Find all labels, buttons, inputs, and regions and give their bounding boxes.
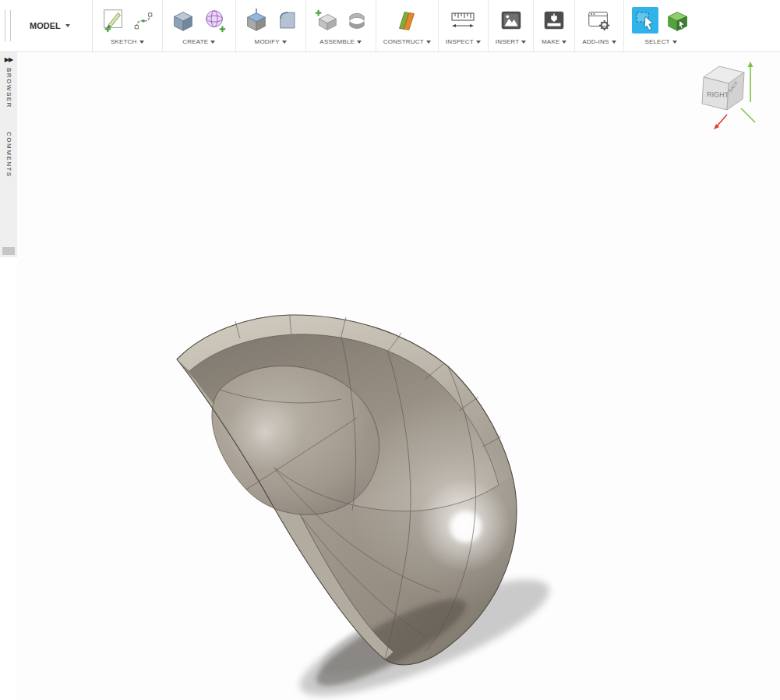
- chevron-down-icon: [426, 41, 431, 44]
- toolbar-group-construct: CONSTRUCT: [376, 0, 439, 51]
- sketch-menu[interactable]: SKETCH: [111, 38, 144, 45]
- 3d-print-icon: [541, 6, 567, 34]
- window-select-button[interactable]: [665, 6, 691, 34]
- modify-menu[interactable]: MODIFY: [255, 38, 287, 45]
- inspect-menu[interactable]: INSPECT: [446, 38, 481, 45]
- chevron-down-icon: [562, 41, 566, 44]
- 3d-model-mouse-body[interactable]: [17, 52, 780, 700]
- left-panel-strip: ▶▶ BROWSER COMMENTS: [0, 52, 17, 257]
- chevron-down-icon: [612, 41, 616, 44]
- select-cursor-icon: [631, 6, 659, 34]
- joint-icon: [345, 6, 369, 34]
- spline-icon: [132, 6, 155, 34]
- workspace-switcher[interactable]: MODEL: [14, 0, 93, 51]
- toolbar-group-make: MAKE: [534, 0, 575, 51]
- toolbar-grip-icon: [5, 10, 11, 41]
- scripts-addins-icon: [586, 6, 612, 34]
- press-pull-icon: [243, 6, 270, 34]
- primitive-box-icon: [170, 6, 196, 34]
- press-pull-button[interactable]: [243, 6, 270, 34]
- dome-sheen: [228, 395, 302, 470]
- construction-plane-button[interactable]: [394, 6, 420, 34]
- chevron-down-icon: [521, 41, 526, 44]
- insert-menu[interactable]: INSERT: [496, 38, 526, 45]
- create-form-button[interactable]: [202, 6, 228, 34]
- construct-menu[interactable]: CONSTRUCT: [383, 38, 431, 45]
- viewcube-faces[interactable]: [702, 66, 744, 110]
- create-sketch-button[interactable]: [100, 6, 126, 34]
- chevron-down-icon: [672, 41, 677, 44]
- insert-canvas-icon: [498, 6, 524, 34]
- chevron-down-icon: [282, 41, 287, 44]
- x-axis-indicator: [714, 115, 727, 129]
- create-sketch-icon: [100, 6, 126, 34]
- create-box-button[interactable]: [170, 6, 196, 34]
- measure-button[interactable]: [449, 6, 477, 34]
- expand-browser-button[interactable]: ▶▶: [5, 52, 12, 65]
- measure-icon: [449, 6, 477, 34]
- addins-button[interactable]: [586, 6, 612, 34]
- chevron-down-icon: [210, 41, 215, 44]
- addins-menu[interactable]: ADD-INS: [582, 38, 616, 45]
- toolbar-group-insert: INSERT: [489, 0, 534, 51]
- new-component-button[interactable]: [313, 6, 340, 34]
- toolbar-group-assemble: ASSEMBLE: [306, 0, 376, 51]
- browser-tab[interactable]: BROWSER: [5, 68, 12, 108]
- chevron-down-icon: [65, 24, 70, 27]
- toolbar-group-select: SELECT: [624, 0, 698, 51]
- chevron-down-icon: [139, 41, 144, 44]
- toolbar-group-sketch: SKETCH: [93, 0, 163, 51]
- form-sphere-icon: [202, 6, 228, 34]
- toolbar-group-inspect: INSPECT: [439, 0, 489, 51]
- view-cube[interactable]: RIGHT BACK: [688, 60, 766, 138]
- make-menu[interactable]: MAKE: [542, 38, 566, 45]
- joint-button[interactable]: [345, 6, 369, 34]
- specular-core: [450, 511, 482, 543]
- select-menu[interactable]: SELECT: [644, 38, 676, 45]
- toolbar-group-addins: ADD-INS: [575, 0, 623, 51]
- comments-tab[interactable]: COMMENTS: [5, 132, 12, 178]
- main-toolbar: MODEL: [0, 0, 780, 52]
- new-component-icon: [313, 6, 340, 34]
- viewcube-right-label: RIGHT: [707, 90, 729, 99]
- insert-canvas-button[interactable]: [498, 6, 524, 34]
- assemble-menu[interactable]: ASSEMBLE: [319, 38, 362, 45]
- sketch-spline-button[interactable]: [132, 6, 155, 34]
- toolbar-group-modify: MODIFY: [236, 0, 306, 51]
- construction-plane-icon: [394, 6, 420, 34]
- chevron-down-icon: [357, 41, 362, 44]
- make-button[interactable]: [541, 6, 567, 34]
- window-select-icon: [665, 6, 691, 34]
- fillet-button[interactable]: [275, 6, 298, 34]
- chevron-down-icon: [476, 41, 481, 44]
- fillet-icon: [275, 6, 298, 34]
- create-menu[interactable]: CREATE: [182, 38, 215, 45]
- panel-splitter-handle[interactable]: [2, 247, 15, 255]
- select-button-active[interactable]: [631, 6, 659, 34]
- viewport-canvas[interactable]: RIGHT BACK: [17, 52, 780, 700]
- toolbar-group-create: CREATE: [163, 0, 236, 51]
- workspace-label: MODEL: [30, 21, 61, 30]
